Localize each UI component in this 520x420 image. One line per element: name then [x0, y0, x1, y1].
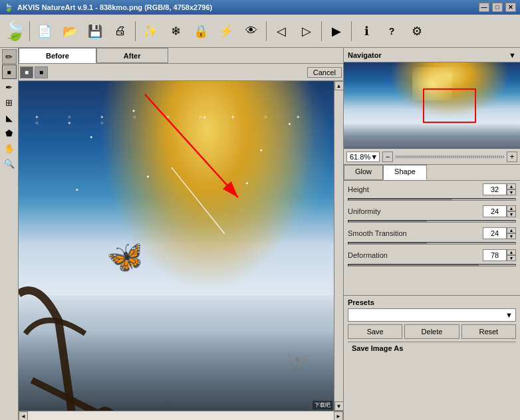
- effect2-button[interactable]: ❄: [164, 19, 188, 43]
- scroll-down-button[interactable]: ▼: [334, 401, 344, 411]
- param-label-deformation: Deformation: [348, 251, 483, 259]
- brush-tool[interactable]: ✏: [2, 49, 17, 64]
- smooth-transition-slider[interactable]: [348, 242, 516, 245]
- minimize-button[interactable]: —: [479, 3, 489, 12]
- zoom-slider-track[interactable]: [396, 156, 504, 158]
- save-preset-button[interactable]: Save: [348, 324, 402, 339]
- canvas-toolbar: ■ ■ Cancel: [19, 64, 343, 81]
- settings-panel: Height 32 ▲ ▼ Uniformity 24 ▲ ▼: [344, 181, 520, 420]
- toolbar-separator-1: [29, 21, 30, 41]
- print-button[interactable]: 🖨: [108, 19, 132, 43]
- presets-dropdown[interactable]: ▼: [348, 308, 516, 322]
- vertical-scrollbar[interactable]: ▲ ▼: [334, 81, 343, 411]
- presets-dropdown-arrow[interactable]: ▼: [505, 311, 513, 319]
- param-label-height: Height: [348, 185, 483, 193]
- tab-glow[interactable]: Glow: [344, 165, 383, 180]
- param-label-uniformity: Uniformity: [348, 207, 483, 215]
- cancel-button[interactable]: Cancel: [307, 67, 342, 78]
- scroll-track-horizontal[interactable]: [28, 411, 334, 420]
- deformation-up-button[interactable]: ▲: [507, 249, 516, 255]
- presets-section: Presets ▼ Save Delete Reset Save Image A…: [344, 295, 520, 357]
- param-label-smooth-transition: Smooth Transition: [348, 229, 483, 237]
- zoom-slider[interactable]: [396, 156, 504, 158]
- param-spinner-height: ▲ ▼: [507, 183, 516, 195]
- zoom-tool[interactable]: 🔍: [2, 156, 17, 171]
- play-button[interactable]: ▶: [325, 19, 348, 43]
- smooth-transition-slider-row: [344, 242, 520, 247]
- uniformity-down-button[interactable]: ▼: [507, 211, 516, 217]
- settings-button[interactable]: ⚙: [405, 19, 429, 43]
- canvas-tool-1[interactable]: ■: [20, 66, 33, 78]
- height-down-button[interactable]: ▼: [507, 189, 516, 195]
- uniformity-slider[interactable]: [348, 220, 516, 223]
- scroll-up-button[interactable]: ▲: [334, 81, 344, 90]
- param-row-deformation: Deformation 78 ▲ ▼: [344, 247, 520, 264]
- help-button[interactable]: ?: [380, 19, 404, 43]
- navigator-collapse-icon[interactable]: ▼: [509, 51, 516, 59]
- deformation-slider[interactable]: [348, 264, 516, 266]
- height-slider-row: [344, 198, 520, 203]
- settings-tabs: Glow Shape: [344, 165, 520, 181]
- save-button[interactable]: 💾: [83, 19, 107, 43]
- settings-spacer: [344, 268, 520, 295]
- canvas-image[interactable]: 🦋 🦋 下载吧: [19, 81, 334, 411]
- deformation-slider-row: [344, 264, 520, 268]
- zoom-in-button[interactable]: +: [507, 152, 517, 162]
- param-row-smooth-transition: Smooth Transition 24 ▲ ▼: [344, 225, 520, 242]
- reset-preset-button[interactable]: Reset: [461, 324, 516, 339]
- param-value-deformation[interactable]: 78: [483, 249, 507, 261]
- deformation-down-button[interactable]: ▼: [507, 255, 516, 261]
- param-value-smooth-transition[interactable]: 24: [483, 227, 507, 239]
- zoom-level-display: 61.8% ▼: [346, 152, 380, 162]
- titlebar-text: AKVIS NatureArt v.9.1 - 838kmo.png (RGB/…: [17, 3, 212, 11]
- uniformity-up-button[interactable]: ▲: [507, 205, 516, 211]
- foreground-elements: [19, 81, 334, 411]
- pencil-tool[interactable]: ✒: [2, 80, 17, 94]
- scroll-right-button[interactable]: ►: [334, 411, 343, 420]
- canvas-tool-2[interactable]: ■: [35, 66, 48, 78]
- presets-title: Presets: [348, 298, 516, 306]
- hand-tool[interactable]: ✋: [2, 141, 17, 156]
- horizontal-scrollbar[interactable]: ◄ ►: [19, 411, 343, 420]
- eyedropper-tool[interactable]: ◣: [2, 110, 17, 125]
- smooth-transition-slider-fill: [348, 243, 427, 244]
- smooth-transition-down-button[interactable]: ▼: [507, 233, 516, 239]
- toolbar-separator-5: [351, 21, 352, 41]
- param-row-uniformity: Uniformity 24 ▲ ▼: [344, 203, 520, 220]
- navigator-controls: 61.8% ▼ − +: [344, 149, 520, 165]
- param-value-uniformity[interactable]: 24: [483, 205, 507, 217]
- effect4-button[interactable]: ⚡: [214, 19, 238, 43]
- param-value-height[interactable]: 32: [483, 183, 507, 195]
- delete-preset-button[interactable]: Delete: [404, 324, 459, 339]
- zoom-out-button[interactable]: −: [382, 152, 393, 162]
- height-up-button[interactable]: ▲: [507, 183, 516, 189]
- titlebar-controls[interactable]: — □ ✕: [479, 3, 516, 12]
- effect3-button[interactable]: 🔒: [189, 19, 213, 43]
- param-spinner-uniformity: ▲ ▼: [507, 205, 516, 217]
- zoom-dropdown-arrow[interactable]: ▼: [370, 153, 378, 161]
- tab-after[interactable]: After: [96, 48, 168, 63]
- maximize-button[interactable]: □: [492, 3, 503, 12]
- titlebar: 🍃 AKVIS NatureArt v.9.1 - 838kmo.png (RG…: [0, 0, 520, 15]
- smooth-transition-up-button[interactable]: ▲: [507, 227, 516, 233]
- open-button[interactable]: 📂: [58, 19, 82, 43]
- toolbar-separator-4: [321, 21, 322, 41]
- close-button[interactable]: ✕: [505, 3, 516, 12]
- canvas-inner: 🦋 🦋 下载吧: [19, 81, 334, 411]
- toolbar-separator-2: [135, 21, 136, 41]
- scroll-left-button[interactable]: ◄: [19, 411, 28, 420]
- effect5-button[interactable]: 👁: [239, 19, 263, 43]
- fill-tool[interactable]: ⬟: [2, 126, 17, 140]
- navigator-header: Navigator ▼: [344, 48, 520, 62]
- info-button[interactable]: ℹ: [354, 19, 378, 43]
- new-button[interactable]: 📄: [33, 19, 57, 43]
- eraser-tool[interactable]: ■: [2, 64, 17, 79]
- effect1-button[interactable]: ✨: [138, 19, 162, 43]
- tab-shape[interactable]: Shape: [383, 165, 427, 180]
- height-slider[interactable]: [348, 198, 516, 201]
- navigator-viewport-rect[interactable]: [423, 88, 476, 123]
- back-button[interactable]: ◁: [269, 19, 293, 43]
- transform-tool[interactable]: ⊞: [2, 95, 17, 110]
- tab-before[interactable]: Before: [19, 48, 96, 63]
- forward-button[interactable]: ▷: [295, 19, 319, 43]
